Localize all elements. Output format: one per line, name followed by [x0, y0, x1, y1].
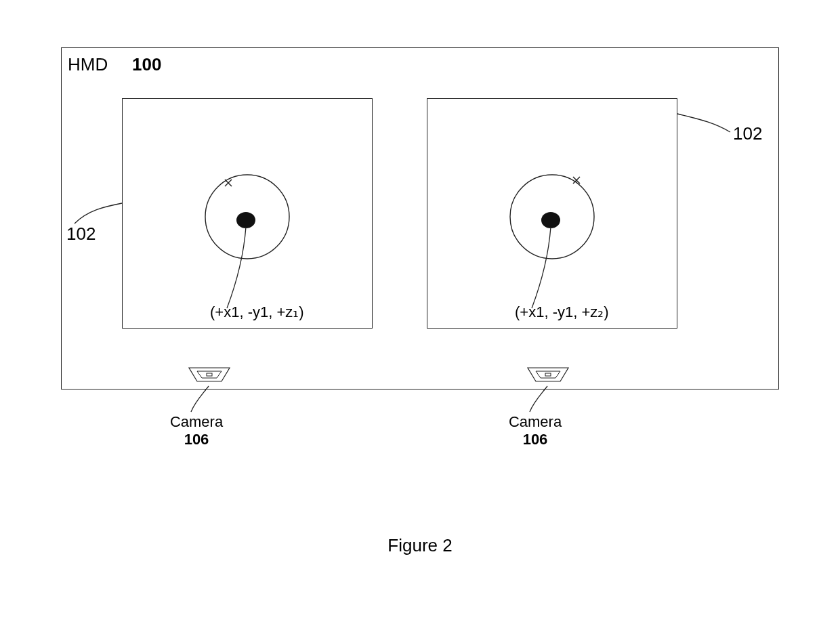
camera-ref-right: 106 [495, 431, 576, 448]
camera-text-right: Camera [495, 413, 576, 431]
camera-ref-left: 106 [156, 431, 237, 448]
camera-label-right: Camera 106 [495, 413, 576, 448]
leader-camera-left [188, 385, 215, 415]
left-coords: (+x1, -y1, +z₁) [210, 303, 304, 321]
svg-rect-13 [545, 373, 551, 376]
svg-marker-11 [528, 368, 568, 381]
right-coords: (+x1, -y1, +z₂) [515, 303, 609, 321]
display-ref-right: 102 [733, 123, 762, 144]
leader-camera-right [527, 385, 554, 415]
camera-text-left: Camera [156, 413, 237, 431]
svg-marker-8 [189, 368, 230, 381]
leader-102-right [676, 108, 737, 149]
hmd-label: HMD [68, 54, 108, 75]
figure-caption: Figure 2 [0, 535, 840, 556]
camera-icon-left [188, 366, 231, 385]
svg-rect-10 [207, 373, 212, 376]
display-ref-left: 102 [66, 224, 96, 245]
left-eye [122, 98, 373, 329]
svg-point-1 [236, 212, 255, 228]
right-eye [427, 98, 677, 329]
svg-point-5 [541, 212, 560, 228]
svg-marker-12 [536, 371, 560, 378]
camera-label-left: Camera 106 [156, 413, 237, 448]
svg-marker-9 [197, 371, 222, 378]
hmd-ref: 100 [132, 54, 161, 75]
camera-icon-right [526, 366, 570, 385]
